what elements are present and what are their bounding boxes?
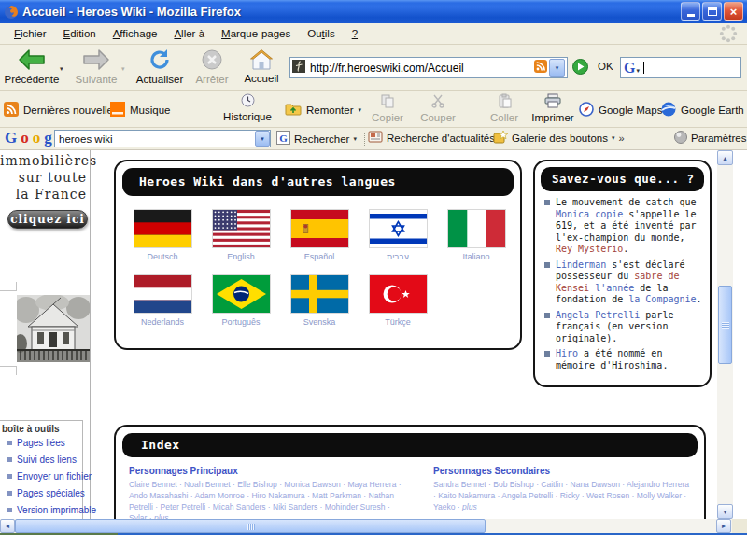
menu-edition[interactable]: Edition [55, 25, 105, 42]
vertical-scroll-thumb[interactable] [718, 286, 732, 364]
index-link[interactable]: Claire Bennet [129, 480, 177, 489]
index-link[interactable]: Alejandro Herrera [627, 480, 689, 489]
scroll-left-button[interactable]: ◂ [0, 519, 15, 533]
google-search-query[interactable]: heroes wiki [59, 133, 255, 145]
flag-label-de[interactable]: Deutsch [123, 252, 202, 261]
flag-label-it[interactable]: Italiano [437, 252, 515, 261]
settings-button[interactable]: Paramètres ▾ [674, 131, 747, 146]
forward-dropdown-icon[interactable]: ▾ [121, 65, 125, 73]
index-link[interactable]: Micah Sanders [213, 502, 266, 511]
index-link[interactable]: Monica Dawson [284, 480, 340, 489]
index-link[interactable]: Niki Sanders [273, 502, 317, 511]
reload-button[interactable]: Actualiser [133, 49, 187, 85]
google-g-icon[interactable]: G [624, 60, 635, 77]
copy-button[interactable]: Copier [366, 93, 409, 123]
overflow-chevron[interactable]: » [618, 133, 624, 144]
index-link[interactable]: Nana Dawson [571, 480, 620, 489]
dyk-link[interactable]: Angela Petrelli [556, 310, 640, 320]
close-button[interactable]: × [724, 2, 743, 21]
index-link[interactable]: Ricky [560, 491, 580, 500]
de-flag-icon[interactable] [123, 209, 202, 248]
toolbox-link[interactable]: Envoyer un fichier [17, 471, 92, 482]
menu-?[interactable]: ? [344, 25, 366, 42]
flag-label-br[interactable]: Português [202, 317, 280, 327]
back-button[interactable]: Précédente [7, 49, 56, 85]
flag-label-il[interactable]: עברית [359, 252, 437, 261]
url-bar[interactable]: http://fr.heroeswiki.com/Accueil ▾ [289, 57, 568, 78]
search-dropdown-icon[interactable]: ▾ [353, 135, 357, 143]
forward-button[interactable]: Suivante [73, 49, 120, 85]
gallery-dropdown-icon[interactable]: ▾ [612, 134, 615, 142]
il-flag-icon[interactable] [359, 209, 437, 248]
index-link[interactable]: Sandra Bennet [433, 480, 486, 489]
flag-label-tr[interactable]: Türkçe [359, 317, 437, 327]
nl-flag-icon[interactable] [123, 274, 202, 314]
dyk-link[interactable]: Linderman [556, 259, 606, 270]
index-link[interactable]: Adam Monroe [194, 491, 244, 500]
button-gallery-button[interactable]: Galerie des boutons ▾ » [493, 130, 625, 146]
google-earth-button[interactable]: Google Earth [661, 102, 744, 119]
search-button[interactable]: G Rechercher ▾ [276, 131, 357, 147]
toolbox-link[interactable]: Pages spéciales [17, 488, 85, 498]
index-link[interactable]: Matt Parkman [312, 491, 361, 500]
music-button[interactable]: Musique [110, 102, 170, 119]
scroll-up-button[interactable]: ▴ [717, 150, 733, 165]
up-button[interactable]: Remonter ▾ [285, 102, 361, 118]
more-link[interactable]: plus [462, 502, 477, 511]
url-text[interactable]: http://fr.heroeswiki.com/Accueil [310, 62, 534, 75]
index-link[interactable]: Hiro Nakamura [251, 491, 304, 500]
flag-label-nl[interactable]: Nederlands [123, 317, 202, 327]
print-button[interactable]: Imprimer [527, 93, 579, 123]
go-button[interactable] [572, 59, 588, 78]
flag-label-us[interactable]: English [202, 252, 280, 261]
ad-click-here-button[interactable]: cliquez ici [7, 210, 88, 229]
scroll-down-button[interactable]: ▾ [717, 504, 733, 519]
toolbox-link[interactable]: Pages liées [17, 438, 65, 448]
flag-label-es[interactable]: Español [280, 252, 359, 261]
dyk-link[interactable]: Monica copie [556, 209, 623, 219]
dyk-link[interactable]: Hiro [556, 348, 578, 358]
toolbox-link[interactable]: Suivi des liens [17, 455, 77, 465]
dyk-red-link[interactable]: Rey Mysterio [556, 244, 623, 254]
dyk-link[interactable]: la Compagnie [628, 294, 696, 304]
back-dropdown-icon[interactable]: ▾ [60, 65, 63, 73]
flag-label-se[interactable]: Svenska [280, 317, 359, 327]
index-link[interactable]: Molly Walker [637, 491, 682, 500]
google-search-field[interactable]: heroes wiki ▾ [54, 130, 271, 147]
us-flag-icon[interactable] [202, 209, 280, 248]
index-link[interactable]: Maya Herrera [347, 480, 396, 489]
google-g-dropdown-icon[interactable]: ▾ [636, 67, 640, 75]
menu-outils[interactable]: Outils [299, 25, 343, 42]
index-link[interactable]: Angela Petrelli [501, 491, 553, 500]
es-flag-icon[interactable] [280, 209, 359, 248]
minimize-button[interactable] [681, 2, 700, 21]
horizontal-scrollbar[interactable]: ◂ ▸ [0, 519, 747, 533]
toolbox-link[interactable]: Version imprimable [17, 505, 96, 515]
stop-button[interactable]: Arrêter [190, 49, 233, 85]
index-link[interactable]: Mohinder Suresh [325, 502, 386, 511]
index-link[interactable]: Caitlin [541, 480, 563, 489]
latest-news-button[interactable]: Dernières nouvelles [4, 102, 119, 119]
menu-affichage[interactable]: Affichage [105, 25, 166, 42]
menu-marque-pages[interactable]: Marque-pages [213, 25, 299, 42]
index-link[interactable]: Noah Bennet [184, 480, 231, 489]
se-flag-icon[interactable] [280, 274, 359, 314]
restore-button[interactable] [702, 2, 722, 21]
index-link[interactable]: Yaeko [433, 502, 455, 511]
url-dropdown-button[interactable]: ▾ [549, 59, 565, 77]
up-dropdown-icon[interactable]: ▾ [359, 106, 362, 114]
menu-fichier[interactable]: Fichier [6, 25, 55, 42]
ad-house-photo[interactable] [17, 295, 90, 366]
horizontal-scroll-thumb[interactable] [15, 519, 486, 533]
home-button[interactable]: Accueil [239, 49, 284, 84]
menu-aller-[interactable]: Aller à [165, 25, 213, 42]
index-column-heading[interactable]: Personnages Secondaires [433, 466, 691, 476]
index-link[interactable]: Bob Bishop [493, 480, 533, 489]
tr-flag-icon[interactable] [359, 274, 437, 314]
toolbar-handle[interactable] [359, 133, 365, 146]
dyk-link[interactable]: l'année [595, 283, 634, 293]
index-link[interactable]: Ando Masahashi [129, 491, 188, 500]
rss-feed-icon[interactable] [534, 60, 547, 76]
google-maps-button[interactable]: Google Maps [579, 102, 662, 119]
google-search-dropdown-button[interactable]: ▾ [255, 131, 270, 147]
